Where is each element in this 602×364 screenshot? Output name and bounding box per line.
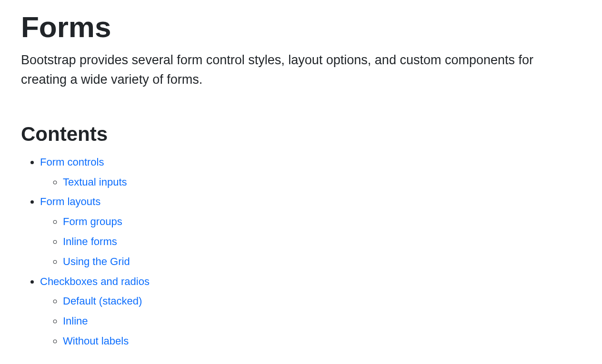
toc-link-textual-inputs[interactable]: Textual inputs: [63, 176, 127, 188]
list-item: Using the Grid: [63, 252, 581, 272]
list-item: Form groups: [63, 212, 581, 232]
list-item: Inline: [63, 311, 581, 331]
page-title: Forms: [21, 10, 581, 45]
toc-link-form-layouts[interactable]: Form layouts: [40, 196, 100, 207]
contents-heading: Contents: [21, 122, 581, 146]
list-item: Inline forms: [63, 232, 581, 252]
list-item: Checkboxes and radios Default (stacked) …: [40, 272, 581, 351]
toc-link-form-controls[interactable]: Form controls: [40, 156, 104, 168]
list-item: Default (stacked): [63, 291, 581, 311]
table-of-contents: Form controls Textual inputs Form layout…: [21, 152, 581, 351]
toc-link-inline-forms[interactable]: Inline forms: [63, 236, 117, 247]
list-item: Without labels: [63, 331, 581, 351]
list-item: Textual inputs: [63, 172, 581, 192]
toc-link-checkboxes-and-radios[interactable]: Checkboxes and radios: [40, 275, 150, 287]
toc-link-without-labels[interactable]: Without labels: [63, 335, 129, 347]
page-lead: Bootstrap provides several form control …: [21, 50, 564, 89]
toc-link-form-groups[interactable]: Form groups: [63, 216, 122, 227]
toc-link-inline[interactable]: Inline: [63, 315, 88, 327]
list-item: Form controls Textual inputs: [40, 152, 581, 192]
list-item: Form layouts Form groups Inline forms Us…: [40, 192, 581, 271]
toc-link-using-the-grid[interactable]: Using the Grid: [63, 256, 130, 267]
toc-link-default-stacked[interactable]: Default (stacked): [63, 295, 142, 307]
